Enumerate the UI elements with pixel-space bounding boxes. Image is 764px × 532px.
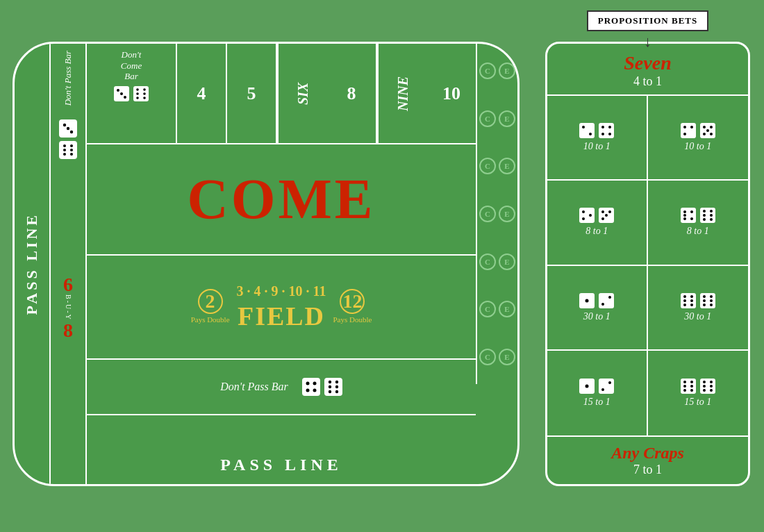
prop-cell-8: 15 to 1: [648, 351, 749, 435]
die-2-1: [599, 293, 614, 308]
svg-point-55: [582, 217, 585, 220]
svg-point-85: [690, 304, 693, 306]
svg-point-16: [136, 88, 139, 91]
c-circle-1[interactable]: C: [479, 63, 496, 79]
prop-dice-1b: [681, 123, 715, 138]
ce-row-6: C E: [479, 301, 515, 317]
number-10: 10: [427, 44, 476, 143]
c-circle-3[interactable]: C: [479, 158, 496, 174]
svg-rect-34: [580, 124, 594, 138]
e-circle-3[interactable]: E: [499, 158, 515, 174]
field-area: 2 Pays Double 3 · 4 · 9 · 10 · 11 FIELD …: [87, 256, 476, 360]
die-4-3: [599, 208, 614, 223]
prop-grid: 10 to 1: [547, 96, 748, 437]
e-circle-5[interactable]: E: [499, 253, 515, 270]
svg-point-51: [710, 133, 713, 135]
field-main-text: FIELD: [238, 301, 325, 331]
prop-dice-4b: [681, 379, 715, 394]
top-section: Don'tComeBar: [87, 44, 476, 144]
svg-point-109: [710, 385, 713, 388]
svg-point-48: [710, 126, 713, 128]
seven-title: Seven: [551, 52, 745, 74]
svg-point-49: [706, 129, 709, 132]
svg-point-58: [608, 210, 611, 213]
die-6c-1: [681, 379, 696, 394]
svg-rect-27: [325, 379, 342, 395]
prop-odds-3a: 30 to 1: [583, 311, 611, 322]
svg-point-41: [608, 133, 611, 135]
buy-label: B-U-Y: [65, 294, 72, 321]
number-nine: NINE: [377, 44, 427, 143]
c-circle-7[interactable]: C: [479, 349, 496, 365]
e-circle-7[interactable]: E: [499, 349, 515, 365]
e-circle-1[interactable]: E: [499, 63, 515, 79]
c-circle-2[interactable]: C: [479, 110, 496, 127]
die-3-5a: [681, 123, 696, 138]
number-8: 8: [327, 44, 377, 143]
svg-point-14: [124, 96, 126, 99]
prop-arrow: ↓: [554, 33, 741, 51]
field-number-12: 12: [340, 289, 365, 314]
svg-point-60: [601, 217, 604, 220]
svg-point-108: [703, 385, 706, 388]
prop-bets-label-text: PROPOSITION BETS: [598, 15, 698, 26]
svg-point-107: [710, 381, 713, 383]
die-6-5: [700, 208, 715, 223]
svg-point-75: [586, 299, 589, 302]
die-1-dot: [579, 379, 595, 394]
svg-rect-37: [599, 124, 613, 138]
svg-point-90: [710, 299, 713, 302]
e-circle-4[interactable]: E: [499, 206, 515, 222]
c-circle-5[interactable]: C: [479, 253, 496, 270]
svg-point-54: [589, 214, 592, 217]
svg-point-17: [143, 88, 146, 91]
c-circle-4[interactable]: C: [479, 206, 496, 222]
prop-cell-5: 30 to 1: [547, 266, 648, 351]
prop-odds-4b: 15 to 1: [684, 397, 711, 408]
prop-odds-1b: 10 to 1: [684, 141, 711, 152]
svg-point-32: [329, 390, 331, 393]
svg-point-30: [329, 385, 331, 388]
c-circle-6[interactable]: C: [479, 301, 496, 317]
svg-point-35: [582, 126, 585, 128]
svg-point-21: [143, 97, 146, 99]
prop-dice-3a: [579, 293, 614, 308]
number-4: 4: [177, 44, 227, 143]
e-circle-6[interactable]: E: [499, 301, 515, 317]
pass-line-left-text: PASS LINE: [23, 213, 41, 315]
svg-point-68: [703, 210, 706, 213]
svg-rect-95: [599, 379, 613, 393]
prop-header: Seven 4 to 1: [547, 44, 748, 96]
svg-point-12: [117, 89, 119, 92]
svg-point-92: [710, 304, 713, 306]
pass-line-left: PASS LINE: [15, 44, 51, 484]
dont-come-bar-text: Don'tComeBar: [121, 49, 142, 82]
number-six: SIX: [277, 44, 327, 143]
eight-text: 8: [63, 321, 73, 340]
ce-row-1: C E: [479, 63, 515, 79]
prop-dice-3b: [681, 293, 715, 308]
prop-bets-label-container: PROPOSITION BETS ↓: [554, 10, 741, 51]
die-4-5a: [700, 123, 715, 138]
e-circle-2[interactable]: E: [499, 110, 515, 127]
pass-line-bottom-text: PASS LINE: [220, 456, 342, 474]
svg-point-82: [683, 299, 686, 302]
svg-point-45: [683, 133, 686, 135]
svg-point-25: [306, 389, 309, 392]
svg-point-62: [683, 210, 686, 213]
dont-come-bar-cell: Don'tComeBar: [87, 44, 177, 143]
prop-dice-4a: [579, 379, 614, 394]
prop-odds-2a: 8 to 1: [586, 226, 608, 237]
prop-dice-2b: [681, 208, 715, 223]
prop-cell-1: 10 to 1: [547, 96, 648, 181]
svg-point-91: [703, 304, 706, 306]
field-pays-double-right: Pays Double: [333, 315, 372, 324]
svg-point-36: [589, 133, 592, 135]
ce-circles-section: C E C E C E C E C E C E: [476, 44, 517, 384]
field-12-col: 12 Pays Double: [333, 289, 372, 324]
svg-point-43: [683, 126, 686, 128]
svg-point-81: [690, 295, 693, 298]
svg-rect-76: [599, 294, 613, 308]
svg-point-2: [67, 127, 69, 130]
svg-point-19: [143, 92, 146, 95]
